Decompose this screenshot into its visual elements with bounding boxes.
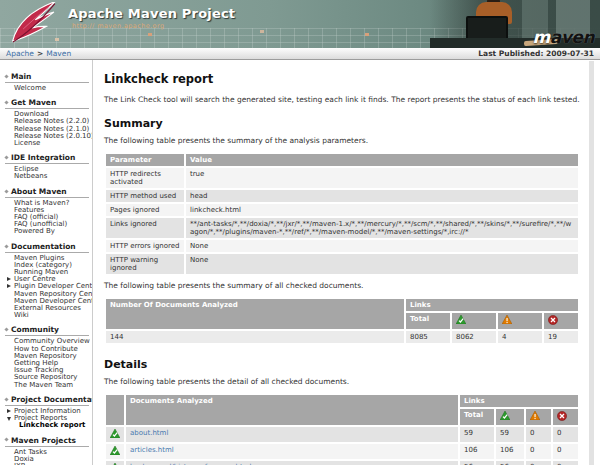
warning-icon	[502, 315, 512, 324]
sidebar-section-title: Main	[5, 69, 89, 83]
link-total: 106	[460, 444, 494, 459]
sidebar-item[interactable]: Welcome	[5, 85, 89, 92]
breadcrumb-link-apache[interactable]: Apache	[6, 49, 34, 58]
success-icon	[110, 429, 120, 438]
sidebar-section: Get MavenDownloadRelease Notes (2.2.0)Re…	[5, 95, 89, 147]
sidebar-item[interactable]: Linkcheck report	[5, 422, 89, 429]
section-title-text: Main	[11, 72, 31, 81]
sidebar-item[interactable]: License	[5, 140, 89, 147]
details-table-body: about.html595900articles.html10610600bac…	[106, 427, 578, 465]
section-bullet-icon	[4, 244, 8, 248]
parameter-value: None	[186, 240, 578, 252]
link-error: 0	[553, 461, 578, 465]
details-text: The following table presents the detail …	[104, 377, 580, 386]
chevron-right-icon[interactable]	[7, 284, 11, 288]
parameter-name: Pages ignored	[106, 204, 184, 216]
site-url: http:// maven.apache.org	[72, 22, 164, 30]
sidebar-item[interactable]: Wiki	[5, 312, 89, 319]
warning-icon	[530, 411, 540, 420]
sidebar: MainWelcomeGet MavenDownloadRelease Note…	[0, 60, 93, 465]
section-bullet-icon	[4, 74, 8, 78]
section-bullet-icon	[4, 328, 8, 332]
sidebar-item-label: Linkcheck report	[19, 421, 85, 429]
sidebar-section: IDE IntegrationEclipseNetbeans	[5, 150, 89, 180]
details-heading: Details	[104, 358, 580, 371]
chevron-down-icon[interactable]	[7, 417, 11, 421]
link-warn: 0	[526, 444, 551, 459]
apache-feather-icon	[2, 2, 68, 48]
documents-analyzed-header: Documents Analyzed	[126, 395, 458, 425]
section-title-text: IDE Integration	[11, 153, 75, 162]
document-cell: articles.html	[126, 444, 458, 459]
parameter-value: head	[186, 190, 578, 202]
parameter-value: linkcheck.html	[186, 204, 578, 216]
summary-totals-table: Number Of Documents Analyzed Links Total…	[104, 297, 580, 345]
parameter-value: **/ant-tasks/*,**/doxia/*,**/jxr/*,**/ma…	[186, 218, 578, 238]
sidebar-item-label: Powered By	[14, 227, 55, 235]
parameter-name: HTTP warning ignored	[106, 254, 184, 274]
links-total: 8085	[406, 331, 450, 343]
section-bullet-icon	[4, 397, 8, 401]
links-warn: 4	[498, 331, 542, 343]
success-icon	[500, 411, 510, 420]
status-column-header	[106, 395, 124, 425]
maven-logo-aven: aven	[550, 27, 594, 47]
error-icon	[557, 411, 567, 420]
sidebar-section: Maven ProjectsAnt TasksDoxiaJXRMaven 1.x…	[5, 433, 89, 465]
breadcrumb-link-maven[interactable]: Maven	[46, 49, 71, 58]
parameters-table: Parameter Value HTTP redirects activated…	[104, 152, 580, 276]
document-row: background/history-of-maven.html565600	[106, 461, 578, 465]
document-cell: about.html	[126, 427, 458, 442]
links-header: Links	[406, 299, 578, 311]
last-published: Last Published: 2009-07-31	[478, 49, 594, 58]
link-total: 59	[460, 427, 494, 442]
section-title-text: Maven Projects	[11, 436, 76, 445]
main-content: Linkcheck report The Link Check tool wil…	[93, 60, 600, 465]
chevron-right-icon[interactable]	[7, 277, 11, 281]
sidebar-section: MainWelcome	[5, 69, 89, 92]
link-total: 56	[460, 461, 494, 465]
parameter-name: Links ignored	[106, 218, 184, 238]
document-row: articles.html10610600	[106, 444, 578, 459]
sidebar-section-title: IDE Integration	[5, 150, 89, 164]
sidebar-item-label: Wiki	[14, 311, 29, 319]
summary-heading: Summary	[104, 117, 580, 130]
chevron-right-icon[interactable]	[7, 409, 11, 413]
link-warn: 0	[526, 427, 551, 442]
documents-count: 144	[106, 331, 404, 343]
sidebar-item[interactable]: Netbeans	[5, 173, 89, 180]
param-header: Parameter	[106, 154, 184, 166]
links-error: 19	[544, 331, 578, 343]
sidebar-item[interactable]: The Maven Team	[5, 382, 89, 389]
section-bullet-icon	[4, 101, 8, 105]
documents-analyzed-header: Number Of Documents Analyzed	[106, 299, 404, 329]
section-title-text: About Maven	[11, 187, 67, 196]
summary-params-text: The following table presents the summary…	[104, 136, 580, 145]
document-link[interactable]: articles.html	[130, 446, 174, 454]
links-header: Links	[460, 395, 578, 407]
banner: Apache Maven Project http:// maven.apach…	[0, 0, 600, 48]
details-table: Documents Analyzed Links Total about.htm…	[104, 393, 580, 465]
sidebar-item[interactable]: Powered By	[5, 228, 89, 235]
sidebar-section-title: Documentation	[5, 239, 89, 253]
document-link[interactable]: about.html	[130, 429, 168, 437]
sidebar-section-title: Community	[5, 322, 89, 336]
breadcrumb: Apache>Maven	[6, 49, 71, 58]
site-title: Apache Maven Project	[68, 6, 235, 21]
sidebar-section: Project DocumentationProject Information…	[5, 392, 89, 430]
sidebar-section-title: About Maven	[5, 184, 89, 198]
document-cell: background/history-of-maven.html	[126, 461, 458, 465]
parameter-row: HTTP redirects activatedtrue	[106, 168, 578, 188]
breadcrumb-separator: >	[37, 49, 43, 58]
parameter-row: HTTP method usedhead	[106, 190, 578, 202]
sidebar-section: CommunityCommunity OverviewHow to Contri…	[5, 322, 89, 388]
row-status	[106, 461, 124, 465]
link-warn: 0	[526, 461, 551, 465]
row-status	[106, 444, 124, 459]
parameter-row: HTTP errors ignoredNone	[106, 240, 578, 252]
sidebar-item-label: License	[14, 139, 40, 147]
page-edge	[589, 61, 594, 465]
parameter-value: None	[186, 254, 578, 274]
link-error: 0	[553, 444, 578, 459]
parameter-name: HTTP errors ignored	[106, 240, 184, 252]
